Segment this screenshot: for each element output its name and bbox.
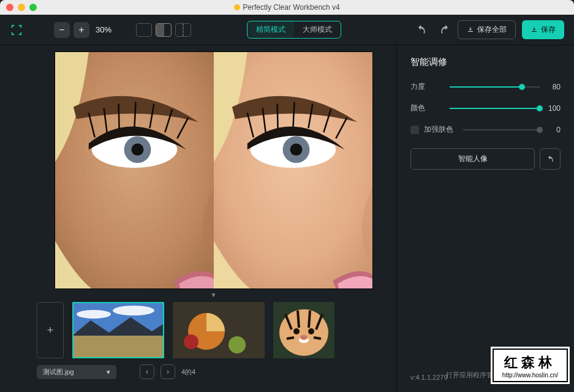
zoom-out-button[interactable]: − [54,22,70,38]
zoom-percentage: 30% [96,25,111,34]
adjustments-panel: 智能调修 力度 80 颜色 100 加强肤色 [396,45,574,392]
watermark-url: http://www.hoslin.cn/ [502,372,558,379]
boost-skin-slider[interactable] [463,126,540,134]
panel-title: 智能调修 [410,56,561,68]
svg-line-22 [309,311,310,328]
add-image-button[interactable]: + [37,302,64,358]
mac-titlebar: Perfectly Clear Workbench v4 [0,0,574,15]
svg-point-16 [184,334,198,349]
svg-point-3 [131,143,143,156]
boost-skin-label: 加强肤色 [424,124,458,135]
watermark-text: 红森林 [502,353,558,372]
window-title: Perfectly Clear Workbench v4 [243,3,340,12]
view-split-button[interactable] [156,23,172,37]
next-image-button[interactable]: › [160,364,175,379]
svg-line-21 [298,311,299,328]
svg-point-11 [77,310,111,318]
save-button[interactable]: 保存 [522,20,564,39]
bottom-bar: 测试图.jpg ▾ ‹ › 4的4 [37,364,368,379]
file-dropdown[interactable]: 测试图.jpg ▾ [37,365,116,379]
tab-master-mode[interactable]: 大师模式 [294,21,341,38]
prev-image-button[interactable]: ‹ [140,364,154,379]
strength-label: 力度 [410,81,445,92]
view-single-button[interactable] [136,23,152,37]
preview-canvas[interactable] [55,51,373,289]
svg-point-15 [228,336,246,353]
reset-button[interactable] [540,148,561,170]
tab-simple-mode[interactable]: 精简模式 [247,21,294,38]
boost-skin-checkbox[interactable] [410,126,419,134]
svg-point-12 [113,306,154,315]
mode-tabs: 精简模式 大师模式 [247,21,341,39]
preview-after [214,52,372,288]
zoom-in-button[interactable]: + [74,22,89,38]
svg-point-26 [293,328,300,334]
undo-button[interactable] [415,24,427,36]
filmstrip: + [37,302,334,358]
smart-portrait-button[interactable]: 智能人像 [410,148,535,170]
color-label: 颜色 [410,103,445,113]
strength-slider[interactable] [450,83,540,91]
save-all-button[interactable]: 保存全部 [458,20,516,39]
view-overlay-button[interactable] [175,23,191,37]
preview-before [55,52,214,288]
save-label: 保存 [541,24,556,35]
maximize-window-button[interactable] [29,4,37,11]
watermark: 红森林 http://www.hoslin.cn/ [493,349,568,382]
color-slider[interactable] [450,104,540,113]
redo-button[interactable] [439,24,451,36]
zoom-controls: − + 30% [54,22,111,38]
boost-skin-value: 0 [545,126,561,134]
filename-label: 测试图.jpg [43,368,74,377]
minimize-window-button[interactable] [18,4,25,11]
version-label: v:4.1.1.2279 [410,374,448,381]
download-icon [531,26,538,34]
svg-line-24 [287,337,294,339]
app-icon [234,4,240,10]
close-window-button[interactable] [6,4,13,11]
download-icon [467,26,474,34]
svg-point-27 [308,328,314,334]
image-counter: 4的4 [181,368,195,377]
thumbnail-1[interactable] [72,302,164,358]
app-logo [10,23,23,37]
thumbnail-3[interactable] [273,302,334,358]
thumbnail-2[interactable] [173,302,265,358]
strength-value: 80 [545,83,561,91]
undo-icon [546,155,554,164]
split-handle-icon[interactable]: ▼ [211,292,217,298]
save-all-label: 保存全部 [477,24,507,35]
svg-point-7 [290,143,302,156]
svg-point-29 [300,335,308,340]
toolbar: − + 30% 精简模式 大师模式 保存全部 保存 [0,15,574,45]
color-value: 100 [545,104,561,113]
svg-rect-9 [72,333,164,358]
svg-line-25 [314,337,321,339]
chevron-down-icon: ▾ [107,368,110,376]
